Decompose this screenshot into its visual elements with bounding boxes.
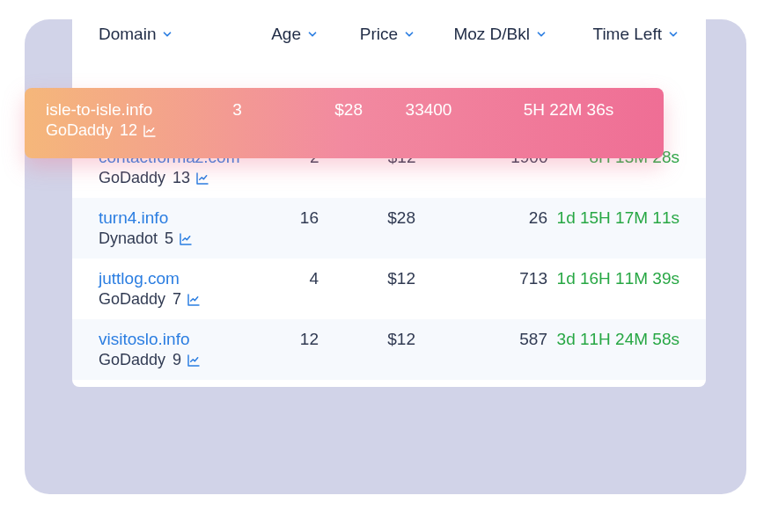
registrar-line: GoDaddy9 bbox=[99, 351, 239, 369]
column-label: Moz D/Bkl bbox=[453, 25, 530, 44]
registrar-name: GoDaddy bbox=[46, 121, 113, 140]
column-header-domain[interactable]: Domain bbox=[99, 25, 239, 44]
hero-time-cell: 5H 22M 36s bbox=[495, 100, 642, 120]
time-left-cell: 1d 15H 17M 11s bbox=[547, 208, 679, 228]
price-cell: $28 bbox=[319, 208, 415, 228]
column-label: Price bbox=[360, 25, 398, 44]
column-header-time[interactable]: Time Left bbox=[547, 25, 679, 44]
column-header-price[interactable]: Price bbox=[319, 25, 415, 44]
domain-name: isle-to-isle.info bbox=[46, 100, 213, 120]
domain-link[interactable]: juttlog.com bbox=[99, 269, 239, 288]
backlink-count: 13 bbox=[173, 169, 190, 187]
registrar-name: GoDaddy bbox=[99, 351, 165, 369]
time-left-cell: 1d 16H 11M 39s bbox=[547, 269, 679, 288]
hero-domain-cell: isle-to-isle.info GoDaddy 12 bbox=[46, 100, 213, 140]
backlink-count: 5 bbox=[165, 230, 173, 248]
table-row[interactable]: turn4.infoDynadot516$28261d 15H 17M 11s bbox=[72, 198, 706, 259]
table-row[interactable]: visitoslo.infoGoDaddy912$125873d 11H 24M… bbox=[72, 319, 706, 380]
domain-link[interactable]: visitoslo.info bbox=[99, 330, 239, 349]
hero-age-cell: 3 bbox=[213, 100, 261, 120]
registrar-name: GoDaddy bbox=[99, 169, 165, 187]
domain-link[interactable]: turn4.info bbox=[99, 208, 239, 228]
column-header-age[interactable]: Age bbox=[239, 25, 319, 44]
backlink-count: 7 bbox=[173, 290, 181, 309]
backlink-count: 9 bbox=[173, 351, 181, 369]
table-header-row: Domain Age Price Moz D/Bkl Time Left bbox=[72, 0, 706, 63]
registrar-name: GoDaddy bbox=[99, 290, 165, 309]
age-cell: 16 bbox=[239, 208, 319, 228]
moz-cell: 587 bbox=[415, 330, 547, 349]
price-cell: $12 bbox=[319, 269, 415, 288]
chart-icon[interactable] bbox=[179, 232, 193, 246]
chart-icon[interactable] bbox=[195, 171, 209, 186]
domain-cell: turn4.infoDynadot5 bbox=[99, 208, 239, 248]
domain-table-card: Domain Age Price Moz D/Bkl Time Left bbox=[72, 0, 706, 387]
chevron-down-icon bbox=[667, 28, 679, 40]
column-label: Age bbox=[271, 25, 301, 44]
chart-icon[interactable] bbox=[187, 353, 201, 368]
moz-cell: 26 bbox=[415, 208, 547, 228]
column-label: Time Left bbox=[593, 25, 663, 44]
chart-icon[interactable] bbox=[187, 293, 201, 307]
registrar-line: Dynadot5 bbox=[99, 230, 239, 248]
chevron-down-icon bbox=[403, 28, 415, 40]
chevron-down-icon bbox=[161, 28, 173, 40]
chevron-down-icon bbox=[306, 28, 319, 40]
domain-cell: visitoslo.infoGoDaddy9 bbox=[99, 330, 239, 369]
registrar-name: Dynadot bbox=[99, 230, 158, 248]
hero-moz-cell: 33400 bbox=[363, 100, 495, 120]
chevron-down-icon bbox=[535, 28, 547, 40]
time-left-cell: 3d 11H 24M 58s bbox=[547, 330, 679, 349]
table-row[interactable]: juttlog.comGoDaddy74$127131d 16H 11M 39s bbox=[72, 259, 706, 319]
registrar-line: GoDaddy7 bbox=[99, 290, 239, 309]
registrar-line: GoDaddy13 bbox=[99, 169, 240, 187]
column-label: Domain bbox=[99, 25, 156, 44]
age-cell: 12 bbox=[239, 330, 319, 349]
age-cell: 4 bbox=[239, 269, 319, 288]
domain-cell: juttlog.comGoDaddy7 bbox=[99, 269, 239, 309]
registrar-line: GoDaddy 12 bbox=[46, 121, 213, 140]
backlink-count: 12 bbox=[120, 121, 137, 140]
column-header-moz[interactable]: Moz D/Bkl bbox=[415, 25, 547, 44]
highlighted-row[interactable]: isle-to-isle.info GoDaddy 12 3 $28 33400… bbox=[25, 88, 664, 158]
chart-icon[interactable] bbox=[143, 124, 157, 138]
price-cell: $12 bbox=[319, 330, 415, 349]
moz-cell: 713 bbox=[415, 269, 547, 288]
hero-price-cell: $28 bbox=[261, 100, 363, 120]
